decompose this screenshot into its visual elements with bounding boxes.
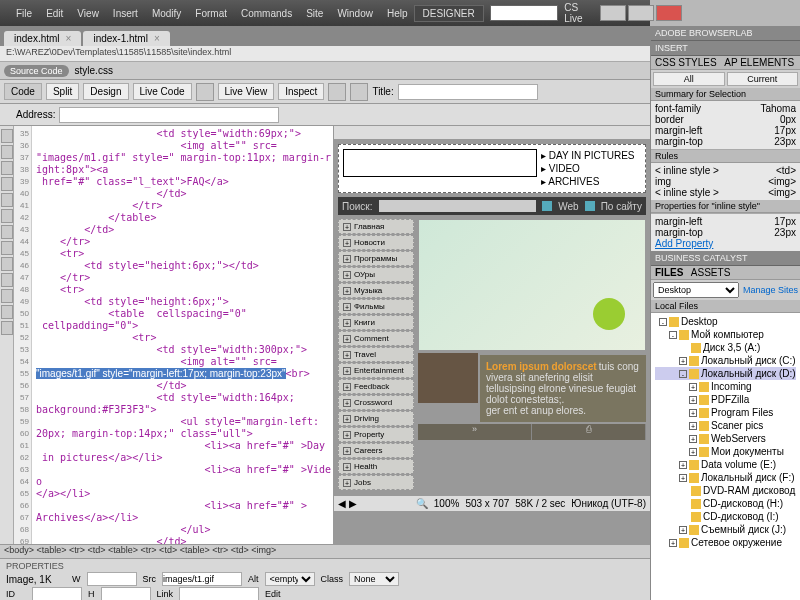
close-icon[interactable]: ×: [154, 33, 160, 44]
liveview-button[interactable]: Live View: [218, 83, 275, 100]
tree-node[interactable]: +Локальный диск (F:): [655, 471, 796, 484]
menu-site[interactable]: Site: [300, 6, 329, 21]
tab-index1[interactable]: index-1.html×: [83, 31, 169, 46]
gutter-icon[interactable]: [1, 321, 13, 335]
gutter-icon[interactable]: [1, 193, 13, 207]
tree-node[interactable]: +WebServers: [655, 432, 796, 445]
nav-item[interactable]: +Property: [338, 427, 414, 442]
tree-node[interactable]: CD-дисковод (H:): [655, 497, 796, 510]
nav-item[interactable]: +Careers: [338, 443, 414, 458]
menu-format[interactable]: Format: [189, 6, 233, 21]
link-input[interactable]: [179, 587, 259, 600]
nav-item[interactable]: +Driving: [338, 411, 414, 426]
link[interactable]: ▸ VIDEO: [541, 162, 641, 175]
nav-item[interactable]: +Книги: [338, 315, 414, 330]
nav-item[interactable]: +Travel: [338, 347, 414, 362]
gutter-icon[interactable]: [1, 177, 13, 191]
gutter-icon[interactable]: [1, 257, 13, 271]
close-button[interactable]: [656, 5, 682, 21]
nav-item[interactable]: +Главная: [338, 219, 414, 234]
src-input[interactable]: [162, 572, 242, 586]
preview-search-input[interactable]: [379, 200, 537, 212]
id-input[interactable]: [32, 587, 82, 600]
manage-sites-link[interactable]: Manage Sites: [743, 285, 798, 295]
toolbar-icon[interactable]: [350, 83, 368, 101]
gutter-icon[interactable]: [1, 273, 13, 287]
panel-files[interactable]: FILES ASSETS: [651, 266, 800, 280]
close-icon[interactable]: ×: [66, 33, 72, 44]
cslive-button[interactable]: CS Live: [564, 2, 594, 24]
title-input[interactable]: [398, 84, 538, 100]
link[interactable]: ▸ DAY IN PICTURES: [541, 149, 641, 162]
panel-insert[interactable]: INSERT: [651, 41, 800, 56]
gutter-icon[interactable]: [1, 289, 13, 303]
gutter-icon[interactable]: [1, 129, 13, 143]
tree-node[interactable]: DVD-RAM дисковод: [655, 484, 796, 497]
zoom-value[interactable]: 100%: [434, 498, 460, 509]
nav-item[interactable]: +Музыка: [338, 283, 414, 298]
nav-item[interactable]: +Entertainment: [338, 363, 414, 378]
tree-node[interactable]: +Program Files: [655, 406, 796, 419]
tag-selector[interactable]: <body> <table> <tr> <td> <table> <tr> <t…: [0, 544, 650, 558]
link[interactable]: ▸ ARCHIVES: [541, 175, 641, 188]
tree-node[interactable]: +PDFZilla: [655, 393, 796, 406]
tree-node[interactable]: +Мои документы: [655, 445, 796, 458]
menu-commands[interactable]: Commands: [235, 6, 298, 21]
gutter-icon[interactable]: [1, 305, 13, 319]
radio-icon[interactable]: [585, 201, 595, 211]
gutter-icon[interactable]: [1, 161, 13, 175]
tree-node[interactable]: +Съемный диск (J:): [655, 523, 796, 536]
menu-help[interactable]: Help: [381, 6, 414, 21]
workspace-switcher[interactable]: DESIGNER: [414, 5, 484, 22]
width-input[interactable]: [87, 572, 137, 586]
toolbar-icon[interactable]: [196, 83, 214, 101]
zoom-icon[interactable]: 🔍: [416, 498, 428, 509]
nav-item[interactable]: +Новости: [338, 235, 414, 250]
btn[interactable]: »: [418, 424, 532, 440]
panel-browserlab[interactable]: ADOBE BROWSERLAB: [651, 26, 800, 41]
site-select[interactable]: Desktop: [653, 282, 739, 298]
inspect-button[interactable]: Inspect: [278, 83, 324, 100]
tree-node[interactable]: +Data volume (E:): [655, 458, 796, 471]
menu-edit[interactable]: Edit: [40, 6, 69, 21]
tree-node[interactable]: Диск 3,5 (A:): [655, 341, 796, 354]
code-editor[interactable]: 3536373839404142434445464748495051525354…: [14, 126, 334, 544]
tab-all[interactable]: All: [653, 72, 725, 86]
nav-item[interactable]: +Crossword: [338, 395, 414, 410]
nav-item[interactable]: +Feedback: [338, 379, 414, 394]
menu-view[interactable]: View: [71, 6, 105, 21]
code-content[interactable]: <td style="width:69px;"> <img alt="" src…: [34, 126, 333, 544]
height-input[interactable]: [101, 587, 151, 600]
radio-icon[interactable]: [542, 201, 552, 211]
summary-list[interactable]: font-familyTahomaborder0pxmargin-left17p…: [651, 101, 800, 150]
btn[interactable]: ⎙: [532, 424, 646, 440]
panel-bc[interactable]: BUSINESS CATALYST: [651, 251, 800, 266]
nav-item[interactable]: +Программы: [338, 251, 414, 266]
class-select[interactable]: None: [349, 572, 399, 586]
tree-node[interactable]: +Incoming: [655, 380, 796, 393]
search-input[interactable]: [490, 5, 559, 21]
tree-node[interactable]: +Scaner pics: [655, 419, 796, 432]
nav-item[interactable]: +Jobs: [338, 475, 414, 490]
gutter-icon[interactable]: [1, 209, 13, 223]
source-code-button[interactable]: Source Code: [4, 65, 69, 77]
split-view-button[interactable]: Split: [46, 83, 79, 100]
tree-node[interactable]: +Локальный диск (C:): [655, 354, 796, 367]
livecode-button[interactable]: Live Code: [133, 83, 192, 100]
propsfor-list[interactable]: margin-left17pxmargin-top23pxAdd Propert…: [651, 213, 800, 251]
menu-window[interactable]: Window: [331, 6, 379, 21]
gutter-icon[interactable]: [1, 225, 13, 239]
gutter-icon[interactable]: [1, 145, 13, 159]
nav-item[interactable]: +ОУры: [338, 267, 414, 282]
tree-node[interactable]: CD-дисковод (I:): [655, 510, 796, 523]
tab-current[interactable]: Current: [727, 72, 799, 86]
related-file[interactable]: style.css: [75, 65, 113, 76]
code-view-button[interactable]: Code: [4, 83, 42, 100]
alt-select[interactable]: <empty>: [265, 572, 315, 586]
rules-list[interactable]: < inline style ><td>img<img>< inline sty…: [651, 163, 800, 200]
menu-insert[interactable]: Insert: [107, 6, 144, 21]
design-view-button[interactable]: Design: [83, 83, 128, 100]
maximize-button[interactable]: [628, 5, 654, 21]
toolbar-icon[interactable]: [328, 83, 346, 101]
tree-node[interactable]: +Сетевое окружение: [655, 536, 796, 549]
